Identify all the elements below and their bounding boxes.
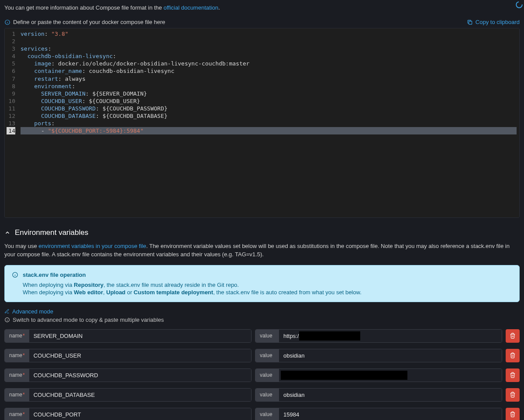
- env-name-label: name*: [5, 408, 29, 420]
- advanced-mode-link[interactable]: Advanced mode: [4, 308, 520, 315]
- env-name-input[interactable]: [29, 389, 251, 401]
- delete-env-var-button[interactable]: [506, 368, 520, 382]
- compose-editor[interactable]: 1234567891011121314 version: "3.8"servic…: [4, 28, 520, 218]
- env-value-input[interactable]: [279, 349, 502, 362]
- env-var-row: name*value: [4, 349, 520, 362]
- loading-spinner: [515, 1, 523, 9]
- env-name-input[interactable]: [29, 330, 251, 342]
- env-name-label: name*: [5, 369, 29, 382]
- docs-link[interactable]: official documentation: [163, 4, 218, 11]
- env-var-row: name*value: [4, 368, 520, 382]
- env-value-input[interactable]: [279, 389, 502, 401]
- env-value-label: value: [255, 369, 279, 382]
- delete-env-var-button[interactable]: [506, 349, 520, 362]
- env-vars-description: You may use environment variables in you…: [4, 242, 520, 259]
- copy-to-clipboard-button[interactable]: Copy to clipboard: [467, 19, 520, 25]
- delete-env-var-button[interactable]: [506, 388, 520, 402]
- editor-hint: Define or paste the content of your dock…: [4, 19, 165, 25]
- env-var-row: name*value: [4, 388, 520, 402]
- svg-rect-4: [469, 21, 472, 24]
- delete-env-var-button[interactable]: [506, 329, 520, 343]
- env-name-label: name*: [5, 330, 29, 342]
- svg-point-0: [516, 2, 522, 8]
- info-box-title: stack.env file operation: [23, 272, 86, 278]
- intro-text: You can get more information about Compo…: [4, 4, 520, 11]
- env-var-row: name*value: [4, 329, 520, 343]
- env-value-label: value: [255, 389, 279, 401]
- env-value-label: value: [255, 349, 279, 362]
- advanced-mode-hint: Switch to advanced mode to copy & paste …: [4, 317, 520, 323]
- redacted-block: [281, 371, 407, 380]
- env-var-row: name*value: [4, 408, 520, 420]
- env-name-input[interactable]: [29, 408, 251, 420]
- env-vars-docs-link[interactable]: environment variables in your compose fi…: [38, 243, 146, 249]
- env-value-label: value: [255, 330, 279, 342]
- env-value-label: value: [255, 408, 279, 420]
- env-value-input[interactable]: [279, 408, 502, 420]
- redacted-block: [299, 331, 360, 341]
- stack-env-info-box: stack.env file operation When deploying …: [4, 265, 520, 302]
- env-name-label: name*: [5, 349, 29, 362]
- delete-env-var-button[interactable]: [506, 408, 520, 420]
- env-name-input[interactable]: [29, 369, 251, 382]
- env-name-label: name*: [5, 389, 29, 401]
- env-vars-section-toggle[interactable]: Environment variables: [4, 228, 520, 237]
- editor-body[interactable]: version: "3.8"services: couchdb-obsidian…: [18, 28, 519, 217]
- editor-gutter: 1234567891011121314: [5, 28, 18, 217]
- env-name-input[interactable]: [29, 349, 251, 362]
